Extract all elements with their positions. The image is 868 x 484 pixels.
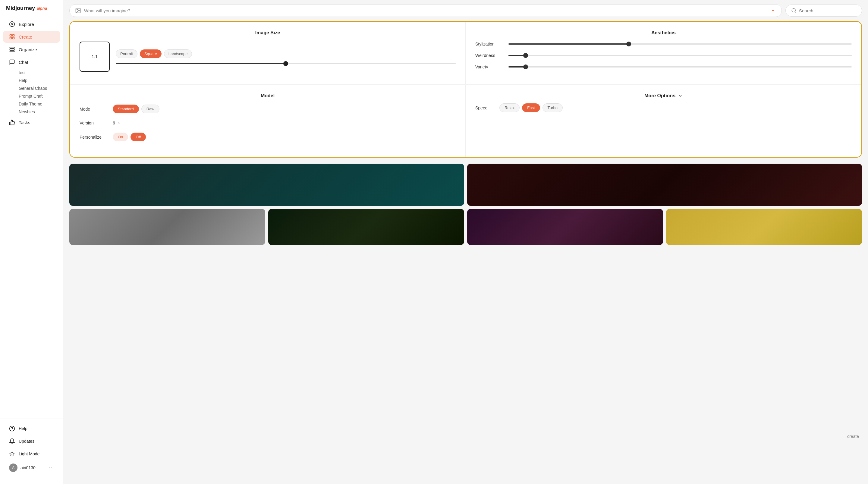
topbar xyxy=(63,0,868,21)
weirdness-label: Weirdness xyxy=(475,53,508,58)
image-icon xyxy=(75,7,81,13)
personalize-row: Personalize On Off xyxy=(80,132,456,141)
size-controls: Portrait Square Landscape xyxy=(116,50,456,64)
svg-rect-5 xyxy=(10,47,14,49)
sidebar-item-explore-label: Explore xyxy=(19,22,34,27)
search-input[interactable] xyxy=(84,8,767,13)
variety-slider[interactable] xyxy=(508,66,852,67)
username: airi0130 xyxy=(21,465,46,470)
sidebar-item-create-label: Create xyxy=(19,34,32,39)
more-options-section: More Options Speed Relax Fast Turbo xyxy=(466,85,861,157)
help-icon xyxy=(9,426,15,431)
sidebar-item-light-mode[interactable]: Light Mode xyxy=(3,448,60,460)
sidebar-item-updates-label: Updates xyxy=(19,439,34,444)
explore-icon xyxy=(9,21,15,27)
svg-rect-6 xyxy=(10,49,14,50)
chat-sub-daily-theme[interactable]: Daily Theme xyxy=(19,100,60,108)
svg-point-24 xyxy=(792,8,795,12)
sidebar-item-tasks[interactable]: Tasks xyxy=(3,116,60,128)
user-menu-dots[interactable]: ··· xyxy=(49,465,54,471)
aesthetics-title: Aesthetics xyxy=(475,30,852,36)
svg-line-25 xyxy=(795,11,796,12)
stylization-slider[interactable] xyxy=(508,43,852,44)
sidebar-item-organize[interactable]: Organize xyxy=(3,43,60,56)
svg-line-18 xyxy=(13,452,14,452)
svg-rect-3 xyxy=(10,37,12,39)
variety-label: Variety xyxy=(475,64,508,69)
svg-point-20 xyxy=(77,9,78,10)
svg-rect-7 xyxy=(10,51,14,52)
personalize-on-btn[interactable]: On xyxy=(113,132,128,141)
chat-sub-general-chaos[interactable]: General Chaos xyxy=(19,84,60,92)
svg-rect-2 xyxy=(13,35,14,36)
speed-row: Speed Relax Fast Turbo xyxy=(475,103,852,112)
chat-subnav: test Help General Chaos Prompt Craft Dai… xyxy=(3,69,60,116)
svg-line-13 xyxy=(10,452,10,452)
square-btn[interactable]: Square xyxy=(140,50,161,58)
version-chevron-icon xyxy=(117,121,121,125)
relax-btn[interactable]: Relax xyxy=(499,103,520,112)
sidebar-item-chat-label: Chat xyxy=(19,60,28,65)
svg-rect-4 xyxy=(13,37,14,39)
sidebar-item-explore[interactable]: Explore xyxy=(3,18,60,30)
chat-sub-help[interactable]: Help xyxy=(19,77,60,84)
speed-buttons: Relax Fast Turbo xyxy=(499,103,563,112)
right-search-bar[interactable] xyxy=(785,4,862,17)
gallery-row1 xyxy=(69,164,862,206)
sidebar-item-create[interactable]: Create xyxy=(3,31,60,43)
gallery-image-6[interactable] xyxy=(666,209,862,245)
raw-btn[interactable]: Raw xyxy=(141,104,159,113)
create-label: create xyxy=(847,434,859,439)
gallery-image-3[interactable] xyxy=(69,209,265,245)
gallery-image-5[interactable] xyxy=(467,209,663,245)
gallery-image-2[interactable] xyxy=(467,164,862,206)
settings-panel: Image Size 1:1 Portrait Square Landscape xyxy=(69,21,862,158)
orientation-buttons: Portrait Square Landscape xyxy=(116,50,456,58)
sidebar: Midjourney alpha Explore xyxy=(0,0,63,484)
panel-wrapper: Image Size 1:1 Portrait Square Landscape xyxy=(63,21,868,484)
landscape-btn[interactable]: Landscape xyxy=(164,50,192,58)
size-slider[interactable] xyxy=(116,63,456,64)
sidebar-item-light-mode-label: Light Mode xyxy=(19,451,39,456)
weirdness-slider[interactable] xyxy=(508,55,852,56)
main-search-bar[interactable] xyxy=(69,4,782,17)
version-select[interactable]: 6 xyxy=(113,121,121,125)
organize-icon xyxy=(9,47,15,53)
sidebar-item-help[interactable]: Help xyxy=(3,423,60,434)
sidebar-nav: Explore Create xyxy=(0,18,63,416)
gallery-image-4[interactable] xyxy=(268,209,464,245)
user-profile[interactable]: A airi0130 ··· xyxy=(3,460,60,475)
logo: Midjourney alpha xyxy=(0,5,63,18)
mode-buttons: Standard Raw xyxy=(113,104,159,113)
turbo-btn[interactable]: Turbo xyxy=(542,103,563,112)
svg-point-0 xyxy=(10,22,15,27)
more-options-chevron-icon xyxy=(678,93,683,98)
portrait-btn[interactable]: Portrait xyxy=(116,50,137,58)
updates-icon xyxy=(9,438,15,444)
filter-icon[interactable] xyxy=(770,7,776,13)
gallery-image-1[interactable] xyxy=(69,164,464,206)
personalize-off-btn[interactable]: Off xyxy=(130,132,146,141)
light-mode-icon xyxy=(9,451,15,457)
sidebar-item-updates[interactable]: Updates xyxy=(3,435,60,447)
aesthetics-section: Aesthetics Stylization Weirdness xyxy=(466,22,861,85)
version-label: Version xyxy=(80,121,113,125)
image-size-title: Image Size xyxy=(80,30,456,36)
stylization-row: Stylization xyxy=(475,41,852,47)
chat-sub-test[interactable]: test xyxy=(19,69,60,77)
aspect-ratio-preview: 1:1 xyxy=(80,41,110,72)
weirdness-row: Weirdness xyxy=(475,53,852,58)
chat-sub-prompt-craft[interactable]: Prompt Craft xyxy=(19,92,60,100)
more-options-header[interactable]: More Options xyxy=(475,93,852,98)
variety-row: Variety xyxy=(475,64,852,69)
standard-btn[interactable]: Standard xyxy=(113,104,139,113)
logo-text: Midjourney xyxy=(6,5,35,11)
mode-row: Mode Standard Raw xyxy=(80,104,456,113)
chat-sub-newbies[interactable]: Newbies xyxy=(19,108,60,116)
svg-line-14 xyxy=(13,455,14,456)
sidebar-item-chat[interactable]: Chat xyxy=(3,56,60,68)
right-search-input[interactable] xyxy=(799,8,856,13)
fast-btn[interactable]: Fast xyxy=(522,103,540,112)
personalize-label: Personalize xyxy=(80,135,113,140)
logo-alpha: alpha xyxy=(37,6,47,10)
